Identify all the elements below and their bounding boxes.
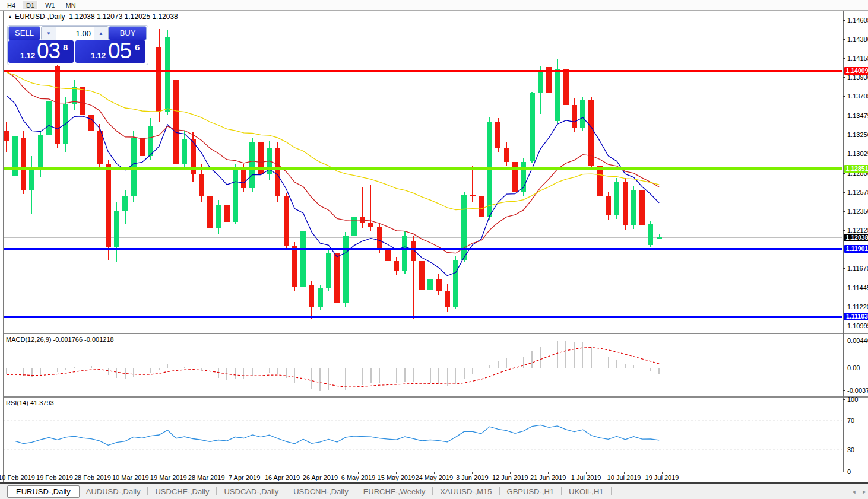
chart-tab-audusd-daily[interactable]: AUDUSD-,Daily [80, 485, 147, 498]
tab-separator [611, 487, 612, 495]
timeframe-toolbar: H4D1W1MN [0, 0, 868, 11]
price-axis-label: 1.14155 [847, 55, 868, 62]
macd-axis-tick [843, 368, 845, 368]
price-axis-label: 1.14380 [847, 36, 868, 43]
price-badge-1.12851: 1.12851 [844, 165, 868, 173]
time-axis-label: 21 Jun 2019 [530, 474, 566, 481]
macd-chart-canvas[interactable] [4, 335, 843, 396]
volume-input[interactable] [56, 27, 94, 40]
time-axis-tick [472, 472, 473, 474]
chart-symbol-label: EURUSD-,Daily [15, 12, 65, 21]
timeframe-button-h4[interactable]: H4 [4, 1, 19, 10]
time-axis-tick [169, 472, 169, 474]
macd-label: MACD(12,26,9) -0.001766 -0.001218 [6, 336, 114, 343]
buy-button[interactable]: BUY [109, 26, 147, 40]
timeframe-button-mn[interactable]: MN [62, 1, 80, 10]
price-axis-tick [843, 135, 845, 135]
chart-tab-usdcad-daily[interactable]: USDCAD-,Daily [217, 485, 285, 498]
time-axis-label: 15 May 2019 [378, 474, 416, 481]
sell-price-sup: 8 [63, 42, 68, 52]
sell-price-prefix: 1.12 [20, 51, 35, 60]
price-axis-tick [843, 211, 845, 212]
price-axis-label: 1.13025 [847, 150, 868, 157]
time-axis-tick [662, 472, 663, 474]
time-axis-tick [358, 472, 359, 474]
sell-price-display[interactable]: 1.12 03 8 [8, 40, 74, 63]
macd-axis-tick [843, 341, 845, 341]
time-axis-tick [131, 472, 131, 474]
collapse-panel-icon[interactable]: ▲ [8, 14, 12, 20]
price-axis-label: 1.13705 [847, 93, 868, 100]
volume-decrease-button[interactable]: ▼ [42, 27, 56, 40]
panel-splitter[interactable] [4, 333, 868, 334]
timeframe-button-w1[interactable]: W1 [42, 1, 59, 10]
time-axis-label: 26 Apr 2019 [303, 474, 338, 481]
chart-tab-bar: EURUSD-,DailyAUDUSD-,DailyUSDCHF-,DailyU… [0, 484, 868, 499]
buy-price-display[interactable]: 1.12 05 6 [75, 40, 145, 63]
price-axis-tick [843, 192, 845, 193]
chart-title: ▲EURUSD-,Daily 1.12038 1.12073 1.12025 1… [8, 12, 178, 21]
price-axis-label: 1.12125 [847, 227, 868, 234]
price-axis-tick [843, 326, 845, 326]
time-axis-label: 16 Apr 2019 [265, 474, 300, 481]
macd-axis-label: 0.00 [847, 364, 868, 371]
time-axis-tick [245, 472, 245, 474]
chart-tab-eurchf-weekly[interactable]: EURCHF-,Weekly [357, 485, 432, 498]
price-axis-tick [843, 173, 845, 174]
rsi-axis-tick [843, 450, 845, 450]
chart-tab-usdchf-daily[interactable]: USDCHF-,Daily [148, 485, 216, 498]
price-axis-label: 1.11445 [847, 284, 868, 291]
price-badge-1.11901: 1.11901 [844, 245, 868, 253]
chart-tab-usdcnh-daily[interactable]: USDCNH-,Daily [287, 485, 354, 498]
one-click-trading-panel: SELL ▼ ▲ BUY 1.12 03 8 1.12 05 6 [7, 25, 148, 65]
time-axis-tick [434, 472, 435, 474]
price-axis-tick [843, 307, 845, 307]
chart-tab-eurusd-daily[interactable]: EURUSD-,Daily [7, 485, 80, 498]
volume-increase-button[interactable]: ▲ [94, 27, 108, 40]
sell-button[interactable]: SELL [8, 26, 40, 40]
tab-separator [499, 487, 500, 495]
chart-window: ▲EURUSD-,Daily 1.12038 1.12073 1.12025 1… [3, 11, 868, 484]
price-axis-label: 1.14605 [847, 17, 868, 24]
time-axis-tick [283, 472, 283, 474]
price-axis-tick [843, 154, 845, 154]
time-axis-tick [17, 472, 17, 474]
price-axis-label: 1.11220 [847, 303, 868, 310]
chart-tab-xauusd-m15[interactable]: XAUUSD-,M15 [433, 485, 498, 498]
rsi-panel[interactable]: RSI(14) 41.3793 [4, 398, 843, 472]
time-axis-label: 19 Jul 2019 [645, 474, 679, 481]
price-axis-tick [843, 39, 845, 40]
time-axis-tick [55, 472, 55, 474]
price-axis-tick [843, 268, 845, 269]
tab-scroll-right-icon[interactable]: ► [861, 488, 868, 495]
price-axis-label: 1.11675 [847, 265, 868, 272]
time-axis-label: 7 Apr 2019 [229, 474, 260, 481]
timeframe-button-d1[interactable]: D1 [23, 1, 38, 10]
tab-scroll-left-icon[interactable]: ◄ [850, 488, 857, 495]
rsi-chart-canvas[interactable] [4, 398, 843, 472]
price-axis-tick [843, 58, 845, 59]
rsi-axis-tick [843, 472, 845, 472]
time-axis-tick [510, 472, 511, 474]
time-axis-label: 28 Mar 2019 [188, 474, 225, 481]
time-axis-tick [321, 472, 321, 474]
price-axis-label: 1.10995 [847, 322, 868, 329]
price-axis-tick [843, 116, 845, 116]
price-axis-tick [843, 77, 845, 78]
time-axis-tick [93, 472, 93, 474]
macd-panel[interactable]: MACD(12,26,9) -0.001766 -0.001218 [4, 335, 843, 396]
time-axis[interactable]: 10 Feb 201919 Feb 201928 Feb 201910 Mar … [4, 472, 868, 483]
chart-tab-ukoil-h1[interactable]: UKOil-,H1 [562, 485, 610, 498]
price-badge-1.12038: 1.12038 [844, 234, 868, 241]
sell-price-big: 03 [37, 40, 60, 63]
tab-separator [356, 487, 356, 495]
time-axis-label: 3 Jun 2019 [456, 474, 488, 481]
rsi-axis-label: 30 [847, 446, 868, 453]
rsi-label: RSI(14) 41.3793 [6, 399, 54, 406]
chart-tab-gbpusd-h1[interactable]: GBPUSD-,H1 [500, 485, 560, 498]
panel-splitter[interactable] [4, 396, 868, 398]
macd-axis-tick [843, 390, 845, 391]
price-axis-label: 1.13250 [847, 131, 868, 138]
buy-price-sup: 6 [135, 42, 140, 52]
buy-price-big: 05 [108, 40, 131, 63]
